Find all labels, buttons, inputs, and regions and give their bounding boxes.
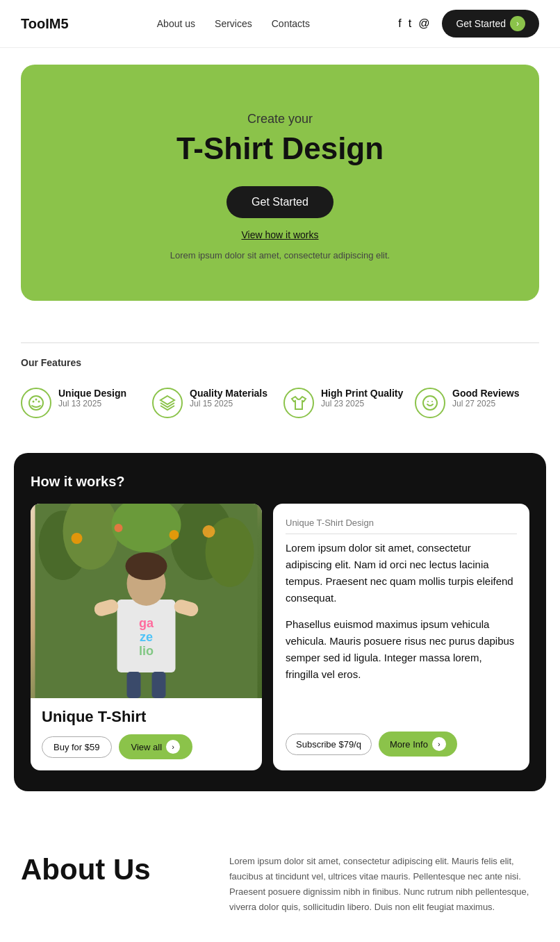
svg-point-17 [203, 525, 215, 538]
buy-button[interactable]: Buy for $59 [42, 736, 112, 758]
nav-cta-button[interactable]: Get Started › [442, 10, 539, 38]
about-text: Lorem ipsum dolor sit amet, consectetur … [229, 854, 539, 915]
svg-point-2 [35, 399, 38, 401]
arrow-icon: › [166, 740, 180, 754]
tshirt-icon [283, 388, 314, 418]
features-title: Our Features [21, 342, 539, 368]
hero-section: Create your T-Shirt Design Get Started V… [21, 65, 539, 301]
card-content: Unique T-Shirt Buy for $59 View all › [31, 698, 262, 770]
hero-cta-button[interactable]: Get Started [227, 186, 333, 218]
twitter-icon[interactable]: t [409, 17, 411, 30]
navbar-right: f t @ Get Started › [398, 10, 539, 38]
info-card: Unique T-Shirt Design Lorem ipsum dolor … [273, 504, 529, 770]
svg-rect-28 [152, 672, 166, 698]
info-card-text2: Phasellus euismod maximus ipsum vehicula… [286, 616, 517, 683]
svg-rect-27 [127, 672, 141, 698]
feature-date: Jul 13 2025 [58, 399, 126, 408]
info-card-text1: Lorem ipsum dolor sit amet, consectetur … [286, 540, 517, 606]
about-section: About Us Lorem ipsum dolor sit amet, con… [0, 812, 560, 942]
svg-marker-4 [160, 396, 174, 404]
info-card-label: Unique T-Shirt Design [286, 518, 517, 534]
hero-subtitle: Create your [247, 112, 313, 126]
svg-point-23 [126, 552, 167, 580]
svg-point-3 [38, 401, 40, 403]
nav-about[interactable]: About us [157, 18, 195, 29]
how-it-works-section: How it works? [14, 453, 546, 791]
nav-links: About us Services Contacts [157, 18, 310, 29]
arrow-icon: › [510, 16, 525, 31]
feature-name: Good Reviews [452, 388, 519, 399]
instagram-icon[interactable]: @ [418, 17, 429, 30]
card-buttons: Buy for $59 View all › [42, 734, 251, 759]
nav-services[interactable]: Services [215, 18, 252, 29]
arrow-icon: › [432, 737, 446, 751]
feature-date: Jul 23 2025 [321, 399, 403, 408]
svg-point-1 [33, 401, 35, 403]
feature-unique-design: Unique Design Jul 13 2025 [21, 388, 145, 418]
nav-contacts[interactable]: Contacts [272, 18, 310, 29]
feature-name: Quality Materials [190, 388, 267, 399]
svg-point-14 [72, 533, 83, 544]
feature-name: Unique Design [58, 388, 126, 399]
info-card-buttons: Subscribe $79/q More Info › [286, 732, 517, 757]
how-cards: ga ze lio Unique T-Shirt Buy for $59 Vie… [31, 504, 529, 770]
hero-description: Lorem ipsum dolor sit amet, consectetur … [170, 250, 390, 261]
facebook-icon[interactable]: f [398, 17, 401, 30]
feature-quality-materials: Quality Materials Jul 15 2025 [152, 388, 277, 418]
layers-icon [152, 388, 183, 418]
svg-point-7 [431, 401, 433, 402]
product-image: ga ze lio [31, 504, 262, 698]
svg-text:ga: ga [139, 616, 154, 630]
svg-text:lio: lio [139, 644, 154, 658]
subscribe-button[interactable]: Subscribe $79/q [286, 734, 372, 755]
svg-point-15 [115, 524, 123, 532]
product-card: ga ze lio Unique T-Shirt Buy for $59 Vie… [31, 504, 262, 770]
social-links: f t @ [398, 17, 429, 30]
product-name: Unique T-Shirt [42, 708, 251, 726]
palette-icon [21, 388, 51, 418]
view-all-button[interactable]: View all › [119, 734, 193, 759]
about-title: About Us [21, 854, 201, 886]
svg-text:ze: ze [140, 630, 153, 644]
svg-point-16 [170, 530, 179, 540]
feature-good-reviews: Good Reviews Jul 27 2025 [415, 388, 539, 418]
hero-link[interactable]: View how it works [241, 229, 318, 240]
feature-date: Jul 27 2025 [452, 399, 519, 408]
svg-point-6 [427, 401, 429, 402]
navbar: TooIM5 About us Services Contacts f t @ … [0, 0, 560, 48]
logo: TooIM5 [21, 16, 69, 32]
feature-date: Jul 15 2025 [190, 399, 267, 408]
feature-name: High Print Quality [321, 388, 403, 399]
smile-icon [415, 388, 445, 418]
feature-high-print: High Print Quality Jul 23 2025 [283, 388, 408, 418]
hero-title: T-Shirt Design [176, 132, 384, 165]
features-section: Our Features Unique Design Jul 13 2025 [0, 317, 560, 432]
svg-point-5 [423, 396, 437, 410]
how-title: How it works? [31, 474, 529, 490]
features-grid: Unique Design Jul 13 2025 Quality Materi… [21, 388, 539, 418]
more-info-button[interactable]: More Info › [379, 732, 457, 757]
